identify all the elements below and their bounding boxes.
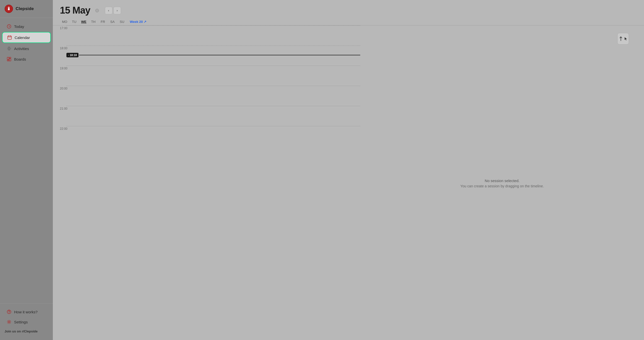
- activities-icon: [7, 46, 12, 51]
- sidebar-bottom: How it works? Settings Join us on r/Clep…: [0, 303, 53, 340]
- time-slot-19[interactable]: [66, 66, 360, 86]
- date-indicator: [95, 9, 99, 12]
- time-label-19: 19:00: [53, 66, 66, 70]
- svg-rect-3: [8, 36, 12, 39]
- app-logo: Clepside: [0, 0, 53, 18]
- no-session-sub: You can create a session by dragging on …: [460, 184, 544, 188]
- week-nav-arrows: ‹ ›: [105, 7, 121, 14]
- sidebar-item-activities-label: Activities: [14, 47, 29, 51]
- time-row-17: 17:00: [53, 25, 360, 46]
- calendar-header: 15 May ‹ ›: [53, 0, 644, 18]
- weekday-th[interactable]: TH: [89, 20, 98, 24]
- svg-rect-8: [7, 57, 9, 60]
- time-label-20: 20:00: [53, 86, 66, 90]
- boards-icon: [7, 57, 12, 62]
- app-title: Clepside: [16, 6, 34, 11]
- time-slot-18[interactable]: • 18:18: [66, 46, 360, 66]
- sidebar-nav: Today Calendar: [0, 18, 53, 303]
- svg-rect-11: [9, 59, 11, 61]
- timeline-panel[interactable]: 17:00 18:00 • 18:18 19:00: [53, 25, 360, 340]
- time-row-19: 19:00: [53, 66, 360, 86]
- time-label-21: 21:00: [53, 106, 66, 110]
- next-week-button[interactable]: ›: [113, 7, 121, 14]
- time-row-18: 18:00 • 18:18: [53, 46, 360, 66]
- current-time-line: [79, 55, 360, 55]
- svg-point-7: [9, 50, 9, 50]
- sidebar-item-today[interactable]: Today: [2, 21, 51, 31]
- how-it-works-item[interactable]: How it works?: [2, 307, 51, 317]
- join-reddit-text[interactable]: Join us on r/Clepside: [0, 327, 53, 335]
- time-row-20: 20:00: [53, 86, 360, 106]
- settings-icon: [7, 319, 12, 324]
- sidebar: Clepside Today Calendar: [0, 0, 53, 340]
- time-slot-21[interactable]: [66, 106, 360, 126]
- time-row-21: 21:00: [53, 106, 360, 126]
- svg-rect-10: [9, 57, 11, 58]
- sort-button[interactable]: [617, 33, 629, 45]
- prev-week-button[interactable]: ‹: [105, 7, 112, 14]
- sort-arrows-icon: [619, 36, 623, 41]
- svg-point-13: [9, 313, 9, 313]
- svg-rect-9: [7, 60, 9, 61]
- main-content: 15 May ‹ › MO TU WE TH FR SA SU Week 20 …: [53, 0, 644, 340]
- week-link[interactable]: Week 20 ↗: [130, 20, 146, 24]
- sidebar-item-boards[interactable]: Boards: [2, 54, 51, 64]
- svg-point-14: [8, 321, 10, 323]
- current-time-marker: • 18:18: [66, 53, 360, 57]
- settings-item[interactable]: Settings: [2, 317, 51, 327]
- sidebar-item-today-label: Today: [14, 24, 24, 29]
- time-slot-22[interactable]: [66, 126, 360, 146]
- time-slot-17[interactable]: [66, 25, 360, 46]
- weekday-mo[interactable]: MO: [60, 20, 69, 24]
- svg-point-5: [7, 47, 11, 50]
- no-session-title: No session selected.: [485, 177, 519, 184]
- weekday-fr[interactable]: FR: [98, 20, 108, 24]
- weekday-sa[interactable]: SA: [108, 20, 117, 24]
- weekday-su[interactable]: SU: [117, 20, 127, 24]
- weekday-tu[interactable]: TU: [69, 20, 79, 24]
- help-icon: [7, 309, 12, 314]
- sidebar-item-calendar-label: Calendar: [15, 35, 30, 40]
- app-logo-icon: [5, 5, 13, 13]
- svg-point-4: [8, 48, 10, 50]
- sidebar-item-activities[interactable]: Activities: [2, 44, 51, 54]
- time-label-22: 22:00: [53, 126, 66, 131]
- time-label-18: 18:00: [53, 46, 66, 50]
- time-slot-20[interactable]: [66, 86, 360, 106]
- calendar-body: 17:00 18:00 • 18:18 19:00: [53, 25, 644, 340]
- current-time-badge: • 18:18: [66, 53, 78, 57]
- weekday-we[interactable]: WE: [79, 20, 89, 24]
- svg-point-6: [9, 47, 9, 47]
- detail-panel: No session selected. You can create a se…: [360, 25, 644, 340]
- settings-label: Settings: [14, 320, 28, 324]
- sidebar-item-calendar[interactable]: Calendar: [2, 32, 51, 43]
- sidebar-item-boards-label: Boards: [14, 57, 26, 61]
- current-date: 15 May: [60, 5, 90, 16]
- cursor-icon: [624, 36, 628, 41]
- calendar-icon: [7, 35, 12, 40]
- time-row-22: 22:00: [53, 126, 360, 146]
- how-it-works-label: How it works?: [14, 310, 37, 314]
- clock-icon: [7, 24, 12, 29]
- weekdays-row: MO TU WE TH FR SA SU Week 20 ↗: [53, 18, 644, 25]
- time-label-17: 17:00: [53, 25, 66, 30]
- join-reddit-link[interactable]: r/Clepside: [22, 329, 38, 333]
